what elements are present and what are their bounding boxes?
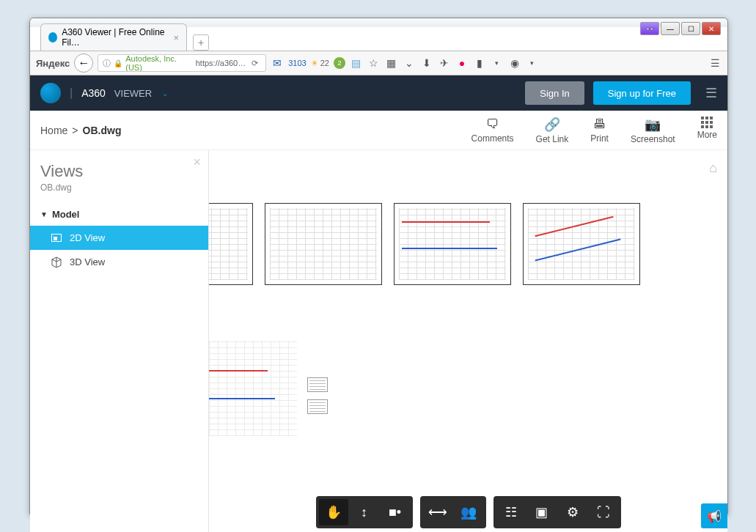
pocket-icon[interactable]: ⌄ — [403, 56, 416, 70]
fullscreen-button[interactable]: ⛶ — [589, 499, 618, 525]
gear-icon: ⚙ — [567, 504, 579, 520]
chevron-down-icon[interactable]: ⌄ — [162, 89, 168, 97]
app-menu-icon[interactable]: ☰ — [705, 85, 717, 101]
colors-icon[interactable]: ● — [455, 56, 469, 70]
reload-icon[interactable]: ⟳ — [249, 59, 261, 68]
print-label: Print — [590, 133, 609, 144]
drawing-fragment — [307, 399, 328, 414]
window-close-button[interactable]: ✕ — [702, 22, 721, 35]
layers-button[interactable]: ☷ — [496, 499, 526, 525]
measure-button[interactable]: ⟷ — [423, 499, 452, 525]
battery-icon[interactable]: ▮ — [473, 56, 486, 70]
3d-view-icon — [51, 257, 62, 267]
comments-label: Comments — [471, 133, 514, 144]
a360-logo-icon[interactable] — [40, 83, 61, 103]
drawing-sheet[interactable] — [209, 341, 297, 436]
lock-icon: 🔒 — [114, 59, 122, 67]
drawing-sheet[interactable] — [523, 203, 640, 285]
url-path: https://a360… — [196, 59, 246, 67]
camera-icon: 📷 — [645, 117, 661, 133]
viewer-canvas[interactable]: ⌂ — [209, 150, 727, 532]
properties-icon: ▣ — [535, 504, 548, 520]
info-icon[interactable]: ⓘ — [103, 58, 111, 69]
minimize-button[interactable]: — — [661, 22, 680, 35]
tree-group-label: Model — [52, 209, 80, 220]
more-button[interactable]: More — [697, 117, 717, 144]
drawing-fragment — [307, 377, 328, 392]
tree-group-model[interactable]: ▼ Model — [30, 203, 208, 226]
hamburger-icon[interactable]: ☰ — [708, 56, 722, 70]
grid-icon — [701, 117, 713, 128]
comment-icon: 🗨 — [486, 117, 499, 132]
drawing-sheet[interactable] — [265, 203, 382, 285]
tab-close-icon[interactable]: × — [173, 32, 179, 43]
drawing-sheet[interactable] — [209, 203, 253, 285]
play-circle-icon[interactable]: ◉ — [508, 56, 521, 70]
section-button[interactable]: 👥 — [454, 499, 483, 525]
app-brand: A360 — [81, 87, 106, 99]
settings-button[interactable]: ⚙ — [558, 499, 587, 525]
url-field[interactable]: ⓘ 🔒 Autodesk, Inc. (US) https://a360… ⟳ — [98, 54, 266, 72]
print-icon: 🖶 — [593, 117, 606, 132]
announce-button[interactable]: 📢 — [701, 503, 727, 528]
more-label: More — [697, 130, 717, 140]
star-icon[interactable]: ☆ — [367, 56, 381, 70]
drawing-sheet[interactable] — [394, 203, 511, 285]
camera-button[interactable]: ■• — [381, 499, 410, 525]
panel-subtitle: OB.dwg — [30, 181, 208, 203]
megaphone-icon: 📢 — [707, 509, 722, 523]
tree-item-2d-view[interactable]: 2D View — [30, 226, 208, 250]
properties-button[interactable]: ▣ — [527, 499, 557, 525]
caret-down-icon[interactable]: ▾ — [491, 56, 504, 70]
fit-button[interactable]: ↕ — [350, 499, 379, 525]
weather-temp: 22 — [320, 59, 329, 67]
clipboard-icon[interactable]: ▦ — [385, 56, 398, 70]
sun-icon: ☀ — [311, 59, 318, 68]
print-button[interactable]: 🖶 Print — [590, 117, 609, 144]
getlink-button[interactable]: 🔗 Get Link — [536, 117, 569, 144]
screenshot-button[interactable]: 📷 Screenshot — [631, 117, 675, 144]
breadcrumb-home[interactable]: Home — [40, 125, 67, 136]
breadcrumb-sep: > — [72, 125, 78, 136]
mail-count: 3103 — [288, 59, 306, 67]
notification-badge[interactable]: 2 — [334, 57, 345, 69]
viewer-toolbar: ✋ ↕ ■• ⟷ 👥 ☷ ▣ ⚙ ⛶ — [316, 496, 621, 528]
tab-favicon-icon — [48, 32, 57, 43]
signin-button[interactable]: Sign In — [525, 81, 584, 105]
comments-button[interactable]: 🗨 Comments — [471, 117, 514, 144]
pan-button[interactable]: ✋ — [319, 499, 348, 525]
caret-down-icon: ▼ — [40, 210, 48, 218]
tab-title: A360 Viewer | Free Online Fil… — [62, 27, 169, 48]
panel-close-icon[interactable]: × — [193, 155, 201, 170]
link-icon: 🔗 — [544, 117, 560, 133]
shield-icon[interactable]: ▤ — [350, 56, 363, 70]
home-icon[interactable]: ⌂ — [709, 160, 717, 176]
signup-button[interactable]: Sign up for Free — [593, 81, 691, 105]
app-header: | A360 VIEWER ⌄ Sign In Sign up for Free… — [30, 75, 727, 111]
getlink-label: Get Link — [536, 134, 569, 144]
2d-view-icon — [51, 233, 62, 243]
weather-widget[interactable]: ☀ 22 — [311, 59, 329, 68]
nav-back-button[interactable]: ← — [74, 53, 93, 73]
send-icon[interactable]: ✈ — [438, 56, 451, 70]
hand-icon: ✋ — [326, 504, 342, 520]
camera-icon: ■• — [389, 505, 401, 520]
panel-title: Views — [30, 158, 208, 181]
arrows-vertical-icon: ↕ — [361, 505, 367, 520]
app-section[interactable]: VIEWER — [114, 88, 152, 99]
mail-icon[interactable]: ✉ — [271, 56, 284, 70]
maximize-button[interactable]: ☐ — [681, 22, 700, 35]
browser-tab[interactable]: A360 Viewer | Free Online Fil… × — [40, 23, 187, 51]
browser-urlbar: Яндекс ← ⓘ 🔒 Autodesk, Inc. (US) https:/… — [30, 51, 727, 75]
people-icon: 👥 — [460, 504, 477, 520]
tree-item-label: 2D View — [70, 232, 105, 243]
download-icon[interactable]: ⬇ — [420, 56, 433, 70]
search-engine-label[interactable]: Яндекс — [36, 58, 70, 69]
breadcrumb-current: OB.dwg — [83, 125, 122, 136]
measure-icon: ⟷ — [428, 504, 447, 520]
privacy-mask-button[interactable]: 👓 — [640, 22, 659, 35]
screenshot-label: Screenshot — [631, 134, 675, 144]
tree-item-3d-view[interactable]: 3D View — [30, 250, 208, 274]
caret-down-icon[interactable]: ▾ — [526, 56, 539, 70]
new-tab-button[interactable]: + — [193, 34, 209, 51]
